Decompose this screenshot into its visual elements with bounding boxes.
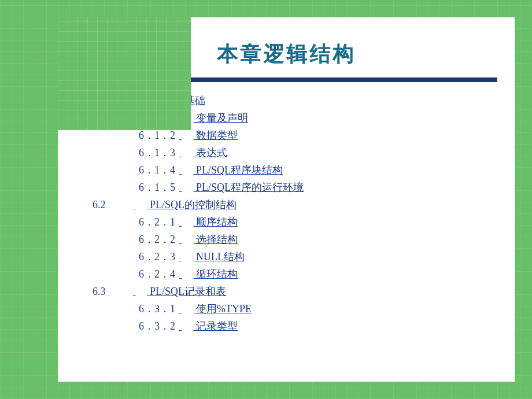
toc-num-6-3: 6.3 bbox=[93, 286, 133, 298]
toc-label-6-1-2: 数据类型 bbox=[196, 130, 238, 141]
toc-label-6-2: PL/SQL的控制结构 bbox=[150, 199, 237, 210]
toc-num-6-2-1: 6．2．1 bbox=[139, 215, 179, 229]
toc-label-6-3-2: 记录类型 bbox=[196, 320, 238, 332]
slide-background: 本章逻辑结构 6.1 PL/SQL基础 6．1．1 变量及声明 bbox=[58, 17, 515, 382]
toc-label-6-1-4: PL/SQL程序块结构 bbox=[196, 164, 283, 176]
toc-num-6-1-4: 6．1．4 bbox=[139, 163, 179, 177]
toc-num-6-3-1: 6．3．1 bbox=[139, 302, 179, 316]
toc-link-6-3-2[interactable]: 6．3．2 记录类型 bbox=[139, 319, 238, 333]
toc-link-6-1-4[interactable]: 6．1．4 PL/SQL程序块结构 bbox=[139, 163, 283, 177]
toc-label-6-2-1: 顺序结构 bbox=[196, 216, 238, 228]
toc-label-6-1-5: PL/SQL程序的运行环境 bbox=[196, 182, 304, 193]
green-decoration bbox=[58, 17, 191, 130]
toc-num-6-1-3: 6．1．3 bbox=[139, 146, 179, 160]
toc-label-6-1-3: 表达式 bbox=[196, 147, 227, 158]
toc-item-6-3-2: 6．3．2 记录类型 bbox=[139, 319, 480, 333]
toc-item-6-3-1: 6．3．1 使用%TYPE bbox=[139, 302, 480, 316]
toc-item-6-2-2: 6．2．2 选择结构 bbox=[139, 232, 480, 246]
toc-label-6-3-1: 使用%TYPE bbox=[196, 303, 252, 315]
toc-link-6-2[interactable]: 6.2 PL/SQL的控制结构 bbox=[93, 198, 237, 212]
toc-num-6-1-5: 6．1．5 bbox=[139, 180, 179, 194]
toc-link-6-1-5[interactable]: 6．1．5 PL/SQL程序的运行环境 bbox=[139, 180, 304, 194]
toc-item-6-2: 6.2 PL/SQL的控制结构 bbox=[93, 198, 480, 212]
toc-num-6-1-2: 6．1．2 bbox=[139, 128, 179, 142]
toc-link-6-2-3[interactable]: 6．2．3 NULL结构 bbox=[139, 250, 245, 264]
toc-link-6-1-2[interactable]: 6．1．2 数据类型 bbox=[139, 128, 238, 142]
toc-link-6-2-4[interactable]: 6．2．4 循环结构 bbox=[139, 267, 238, 281]
page-container: 本章逻辑结构 6.1 PL/SQL基础 6．1．1 变量及声明 bbox=[0, 0, 532, 399]
toc-item-6-1-3: 6．1．3 表达式 bbox=[139, 146, 480, 160]
toc-item-6-1-2: 6．1．2 数据类型 bbox=[139, 128, 480, 142]
toc-label-6-1-1: 变量及声明 bbox=[196, 112, 248, 124]
toc-num-6-2-2: 6．2．2 bbox=[139, 232, 179, 246]
toc-item-6-3: 6.3 PL/SQL记录和表 bbox=[93, 285, 480, 298]
toc-link-6-3-1[interactable]: 6．3．1 使用%TYPE bbox=[139, 302, 252, 316]
toc-item-6-2-1: 6．2．1 顺序结构 bbox=[139, 215, 480, 229]
toc-num-6-2-3: 6．2．3 bbox=[139, 250, 179, 264]
toc-label-6-2-2: 选择结构 bbox=[196, 234, 238, 245]
toc-item-6-1-5: 6．1．5 PL/SQL程序的运行环境 bbox=[139, 180, 480, 194]
toc-num-6-2-4: 6．2．4 bbox=[139, 267, 179, 281]
toc-num-6-2: 6.2 bbox=[93, 199, 133, 211]
toc-num-6-3-2: 6．3．2 bbox=[139, 319, 179, 333]
toc-link-6-3[interactable]: 6.3 PL/SQL记录和表 bbox=[93, 285, 226, 298]
toc-item-6-2-3: 6．2．3 NULL结构 bbox=[139, 250, 480, 264]
toc-label-6-3: PL/SQL记录和表 bbox=[150, 286, 226, 297]
toc-link-6-2-1[interactable]: 6．2．1 顺序结构 bbox=[139, 215, 238, 229]
toc-link-6-2-2[interactable]: 6．2．2 选择结构 bbox=[139, 232, 238, 246]
toc-label-6-2-3: NULL结构 bbox=[196, 251, 245, 263]
toc-item-6-2-4: 6．2．4 循环结构 bbox=[139, 267, 480, 281]
toc-item-6-1-4: 6．1．4 PL/SQL程序块结构 bbox=[139, 163, 480, 177]
toc-link-6-1-3[interactable]: 6．1．3 表达式 bbox=[139, 146, 227, 160]
toc-label-6-2-4: 循环结构 bbox=[196, 268, 238, 280]
